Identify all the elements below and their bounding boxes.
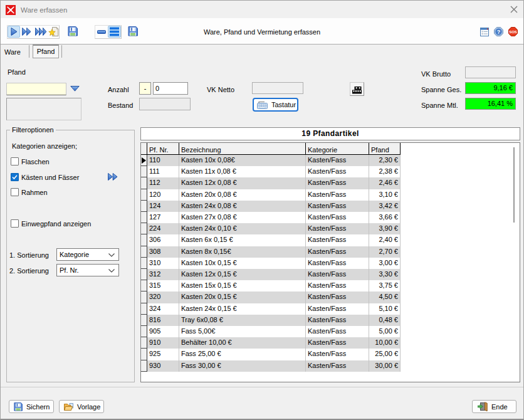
svg-text:?: ? (497, 29, 501, 35)
svg-text:SOS: SOS (509, 30, 517, 34)
